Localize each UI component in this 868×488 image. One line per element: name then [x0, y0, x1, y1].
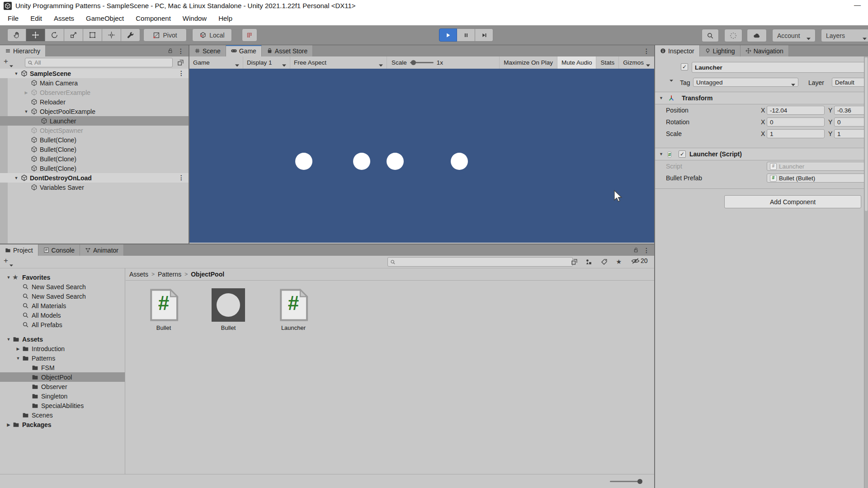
foldout-open-icon[interactable]: ▼ — [12, 71, 21, 76]
tab-lighting[interactable]: Lighting — [700, 45, 741, 56]
open-search-window-button[interactable] — [569, 257, 580, 266]
scale-tool[interactable] — [64, 28, 83, 42]
project-tree-item-patterns[interactable]: ▼Patterns — [0, 353, 125, 363]
cloud-services-button[interactable] — [747, 29, 767, 42]
hierarchy-item-variables-saver[interactable]: Variables Saver — [0, 183, 189, 192]
rotation-x-field[interactable]: 0 — [767, 117, 825, 127]
create-asset-button[interactable]: + — [4, 256, 13, 265]
hierarchy-item-reloader[interactable]: Reloader — [0, 97, 189, 107]
hand-tool[interactable] — [7, 28, 26, 42]
tab-hierarchy[interactable]: Hierarchy — [0, 45, 46, 56]
create-object-button[interactable]: + — [4, 57, 13, 66]
position-y-field[interactable]: -0.36 — [834, 106, 868, 115]
hierarchy-item-main-camera[interactable]: Main Camera — [0, 78, 189, 88]
position-x-field[interactable]: -12.04 — [767, 106, 825, 115]
slider-track[interactable] — [410, 62, 434, 63]
inspector-scrollbar[interactable] — [864, 56, 868, 488]
asset-item-bullet[interactable]: Bullet — [203, 288, 253, 331]
step-button[interactable] — [475, 28, 493, 42]
component-enabled-checkbox[interactable]: ✓ — [679, 150, 686, 158]
display-dropdown[interactable]: Display 1 — [243, 56, 290, 69]
mute-audio-toggle[interactable]: Mute Audio — [557, 56, 596, 69]
asset-item-bullet[interactable]: #Bullet — [139, 288, 189, 331]
rotate-tool[interactable] — [45, 28, 64, 42]
scale-y-field[interactable]: 1 — [834, 129, 868, 138]
menu-component[interactable]: Component — [130, 12, 177, 25]
project-tree-item-introduction[interactable]: ▶Introduction — [0, 344, 125, 353]
project-tree-item-objectpool[interactable]: ObjectPool — [0, 372, 125, 382]
hierarchy-item-bullet-clone[interactable]: Bullet(Clone) — [0, 164, 189, 173]
tab-scene[interactable]: Scene — [189, 45, 226, 56]
tab-asset-store[interactable]: Asset Store — [262, 45, 313, 56]
project-tree-item-specialabilities[interactable]: SpecialAbilities — [0, 401, 125, 410]
hidden-items-indicator[interactable]: 20 — [631, 257, 648, 264]
slider-knob[interactable] — [411, 60, 416, 65]
tag-dropdown[interactable]: Untagged — [693, 78, 798, 87]
project-tree-item-assets[interactable]: ▼Assets — [0, 334, 125, 344]
game-viewport[interactable] — [189, 69, 654, 243]
lock-open-icon[interactable] — [633, 247, 639, 253]
kebab-menu-icon[interactable]: ⋮ — [643, 247, 650, 253]
project-tree-item-new-saved-search[interactable]: New Saved Search — [0, 291, 125, 301]
layer-dropdown[interactable]: Default — [832, 78, 868, 87]
breadcrumb-objectpool[interactable]: ObjectPool — [191, 271, 224, 278]
favorites-filter-button[interactable]: ★ — [614, 257, 625, 266]
foldout-closed-icon[interactable]: ▶ — [22, 90, 31, 95]
stats-toggle[interactable]: Stats — [596, 56, 618, 69]
breadcrumb-patterns[interactable]: Patterns — [158, 271, 181, 278]
project-tree-item-observer[interactable]: Observer — [0, 382, 125, 391]
lock-open-icon[interactable] — [167, 48, 173, 54]
foldout-open-icon[interactable]: ▼ — [5, 337, 13, 342]
local-toggle-button[interactable]: Local — [192, 28, 232, 42]
project-tree-item-singleton[interactable]: Singleton — [0, 391, 125, 401]
play-button[interactable] — [439, 28, 457, 42]
active-checkbox[interactable]: ✓ — [681, 63, 688, 70]
layers-dropdown[interactable]: Layers — [821, 29, 868, 42]
tab-game[interactable]: Game — [226, 45, 262, 56]
pivot-toggle-button[interactable]: Pivot — [143, 28, 187, 42]
foldout-closed-icon[interactable]: ▶ — [14, 347, 22, 351]
pause-button[interactable] — [457, 28, 475, 42]
tab-project[interactable]: Project — [0, 244, 38, 256]
project-tree-item-all-models[interactable]: All Models — [0, 310, 125, 320]
object-name-field[interactable]: Launcher — [692, 62, 868, 73]
rect-tool[interactable] — [83, 28, 102, 42]
kebab-menu-icon[interactable]: ⋮ — [178, 70, 184, 76]
transform-tool[interactable] — [102, 28, 121, 42]
project-tree-item-new-saved-search[interactable]: New Saved Search — [0, 282, 125, 291]
foldout-open-icon[interactable]: ▼ — [14, 356, 22, 361]
rotation-y-field[interactable]: 0 — [834, 117, 868, 127]
breadcrumb-assets[interactable]: Assets — [129, 271, 148, 278]
minimize-button[interactable]: — — [854, 0, 861, 10]
project-tree-item-fsm[interactable]: FSM — [0, 363, 125, 372]
kebab-menu-icon[interactable]: ⋮ — [178, 174, 184, 181]
bullet-prefab-object-field[interactable]: #Bullet (Bullet) — [767, 174, 868, 183]
tab-console[interactable]: Console — [38, 244, 80, 256]
search-by-label-button[interactable] — [599, 257, 609, 266]
snap-settings-button[interactable] — [242, 28, 257, 42]
project-tree-item-all-materials[interactable]: All Materials — [0, 301, 125, 310]
thumbnail-zoom-knob[interactable] — [637, 479, 642, 484]
add-component-button[interactable]: Add Component — [724, 195, 861, 208]
hierarchy-item-bullet-clone[interactable]: Bullet(Clone) — [0, 135, 189, 145]
foldout-open-icon[interactable]: ▼ — [659, 96, 663, 100]
thumbnail-zoom-slider[interactable] — [610, 481, 638, 482]
hierarchy-item-objectpoolexample[interactable]: ▼ObjectPoolExample — [0, 107, 189, 116]
menu-help[interactable]: Help — [212, 12, 238, 25]
project-search-input[interactable] — [387, 257, 573, 267]
collab-button[interactable] — [724, 29, 742, 42]
account-dropdown[interactable]: Account — [772, 29, 816, 42]
asset-item-launcher[interactable]: #Launcher — [269, 288, 318, 331]
menu-gameobject[interactable]: GameObject — [80, 12, 130, 25]
global-search-button[interactable] — [702, 29, 719, 42]
move-tool[interactable] — [26, 28, 45, 42]
scale-x-field[interactable]: 1 — [767, 129, 825, 138]
foldout-closed-icon[interactable]: ▶ — [5, 422, 13, 427]
project-tree-item-all-prefabs[interactable]: All Prefabs — [0, 320, 125, 329]
gizmos-dropdown[interactable]: Gizmos — [618, 56, 654, 69]
menu-window[interactable]: Window — [177, 12, 212, 25]
hierarchy-item-observerexample[interactable]: ▶ObserverExample — [0, 88, 189, 97]
foldout-open-icon[interactable]: ▼ — [12, 176, 21, 180]
project-tree-item-scenes[interactable]: Scenes — [0, 410, 125, 420]
script-component-header[interactable]: ▼ # ✓ Launcher (Script) — [655, 148, 868, 160]
